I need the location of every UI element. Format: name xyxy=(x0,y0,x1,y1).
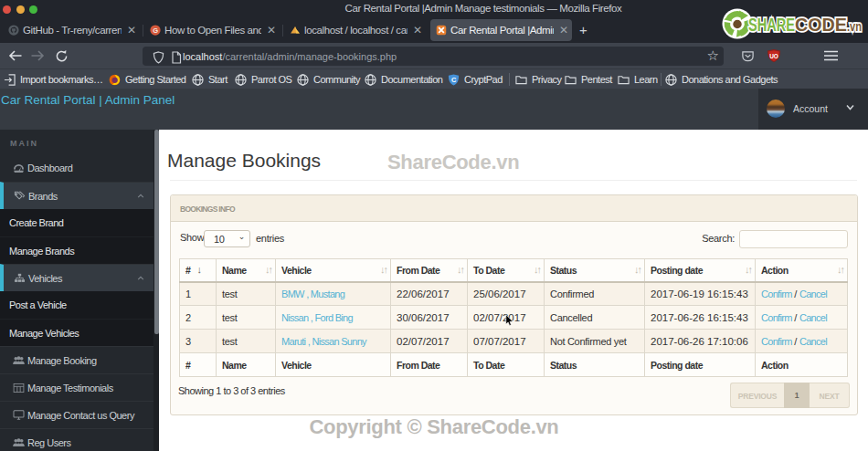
svg-text:G: G xyxy=(153,26,158,35)
svg-text:CODE: CODE xyxy=(795,15,847,35)
svg-text:SHARE: SHARE xyxy=(748,15,795,35)
svg-text:UO: UO xyxy=(769,53,778,59)
svg-text:.vn: .vn xyxy=(847,18,862,34)
